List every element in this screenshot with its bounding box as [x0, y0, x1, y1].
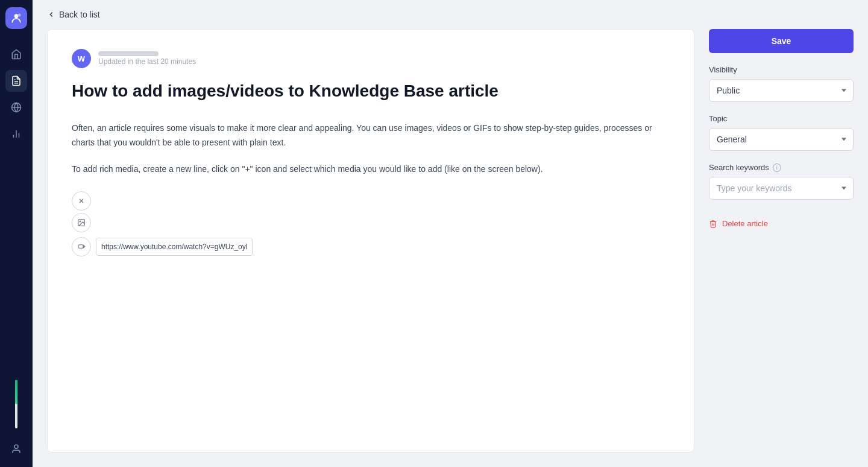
- back-label: Back to list: [59, 10, 100, 19]
- right-panel: Save Visibility Public Private Draft Top…: [709, 29, 854, 453]
- info-icon[interactable]: i: [773, 164, 781, 172]
- sidebar-item-chart[interactable]: [5, 123, 27, 145]
- visibility-label: Visibility: [709, 65, 854, 74]
- media-toolbar: [72, 191, 670, 256]
- body-paragraph-2: To add rich media, create a new line, cl…: [72, 162, 670, 177]
- url-input-row: [72, 237, 670, 256]
- body-paragraph-1: Often, an article requires some visuals …: [72, 121, 670, 150]
- topic-field-group: Topic General Technical Support: [709, 114, 854, 151]
- topic-select-wrapper[interactable]: General Technical Support: [709, 128, 854, 151]
- topic-label: Topic: [709, 114, 854, 123]
- updated-text: Updated in the last 20 minutes: [98, 57, 196, 66]
- keywords-input-wrapper: [709, 177, 854, 200]
- save-button[interactable]: Save: [709, 29, 854, 53]
- visibility-select[interactable]: Public Private Draft: [709, 79, 854, 102]
- topic-select[interactable]: General Technical Support: [709, 128, 854, 151]
- svg-point-9: [14, 445, 18, 448]
- article-header: W Updated in the last 20 minutes: [72, 49, 670, 68]
- url-input[interactable]: [96, 238, 253, 256]
- trash-icon: [709, 220, 717, 228]
- svg-marker-15: [83, 246, 85, 248]
- main-content: Back to list W Updated in the last 20 mi…: [33, 0, 868, 467]
- author-info: Updated in the last 20 minutes: [98, 51, 196, 66]
- topic-label-text: Topic: [709, 114, 727, 123]
- visibility-field-group: Visibility Public Private Draft: [709, 65, 854, 102]
- svg-rect-14: [78, 245, 83, 248]
- keywords-label-text: Search keywords: [709, 163, 769, 172]
- close-icon: [78, 197, 85, 205]
- back-to-list-link[interactable]: Back to list: [47, 10, 100, 19]
- video-media-button[interactable]: [72, 237, 91, 256]
- image-media-button[interactable]: [72, 213, 91, 232]
- content-area: W Updated in the last 20 minutes How to …: [33, 29, 868, 467]
- video-icon: [78, 243, 86, 250]
- article-body: Often, an article requires some visuals …: [72, 121, 670, 176]
- svg-point-13: [80, 221, 81, 222]
- sidebar-item-home[interactable]: [5, 43, 27, 65]
- author-name-placeholder: [98, 51, 159, 56]
- svg-point-0: [14, 14, 19, 18]
- image-icon: [77, 218, 86, 227]
- chevron-left-icon: [47, 10, 55, 19]
- sidebar: [0, 0, 33, 467]
- sidebar-item-profile[interactable]: [5, 438, 27, 460]
- sidebar-bottom: [5, 380, 27, 460]
- keywords-field-group: Search keywords i: [709, 163, 854, 200]
- svg-point-1: [18, 14, 21, 17]
- app-logo[interactable]: [5, 7, 27, 29]
- visibility-label-text: Visibility: [709, 65, 737, 74]
- keywords-label: Search keywords i: [709, 163, 854, 172]
- topbar: Back to list: [33, 0, 868, 29]
- article-editor[interactable]: W Updated in the last 20 minutes How to …: [47, 29, 694, 453]
- avatar: W: [72, 49, 91, 68]
- close-media-button[interactable]: [72, 191, 91, 211]
- visibility-select-wrapper[interactable]: Public Private Draft: [709, 79, 854, 102]
- article-title[interactable]: How to add images/videos to Knowledge Ba…: [72, 80, 670, 102]
- keywords-input[interactable]: [709, 177, 854, 200]
- sidebar-item-globe[interactable]: [5, 97, 27, 118]
- sidebar-item-document[interactable]: [5, 70, 27, 92]
- delete-article-button[interactable]: Delete article: [709, 217, 854, 230]
- delete-label: Delete article: [722, 219, 768, 228]
